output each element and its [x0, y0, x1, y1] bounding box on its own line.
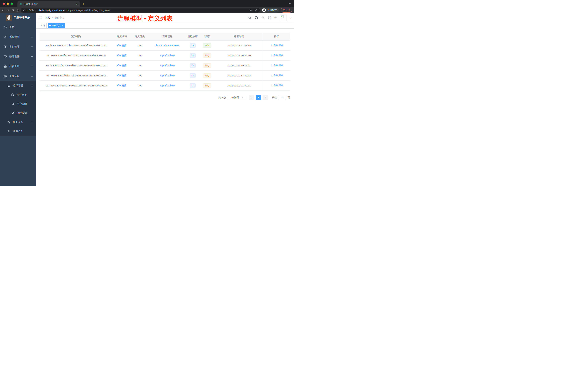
browser-addressbar: 不安全 dashboard.yudao.iocoder.cn/bpm/manag… — [0, 7, 294, 13]
table-row: oa_leave:5:004b710b-7b8a-11ec-8ef0-acde4… — [40, 40, 290, 50]
sidebar-item-user-group[interactable]: 用户分组 — [0, 99, 36, 109]
assign-rule-link[interactable]: 分配规则 — [270, 74, 283, 77]
column-header: 流程版本 — [186, 33, 199, 40]
paper-plane-icon — [11, 111, 14, 114]
update-button[interactable]: 更新 — [281, 8, 292, 12]
browser-tab[interactable]: 芋道管理系统 × — [17, 1, 80, 7]
key-icon[interactable] — [249, 9, 252, 12]
sidebar-item-process-mgmt[interactable]: 流程管理 — [0, 81, 36, 90]
sidebar-item-infra[interactable]: 基础设施 — [0, 52, 36, 62]
address-bar[interactable]: 不安全 dashboard.yudao.iocoder.cn/bpm/manag… — [21, 8, 260, 12]
assign-rule-link[interactable]: 分配规则 — [270, 64, 283, 67]
tags-bar: 首页 流程定义 × — [36, 22, 294, 29]
tag-close-icon[interactable]: × — [62, 24, 63, 27]
help-icon[interactable] — [262, 16, 264, 20]
cell-definition-id: oa_leave:3:1fad3d93-7b75-11ec-a3c8-acde4… — [40, 60, 113, 70]
column-header: 状态 — [199, 33, 215, 40]
definition-name-link[interactable]: OA 请假 — [117, 74, 126, 77]
sidebar-item-workflow[interactable]: 工作流程 — [0, 71, 36, 81]
fullscreen-icon[interactable] — [268, 16, 271, 20]
bookmark-star-icon[interactable] — [255, 9, 258, 12]
form-link[interactable]: /bpm/oa/flow — [160, 74, 175, 77]
definition-name-link[interactable]: OA 请假 — [117, 84, 126, 87]
chevron-down-icon — [31, 46, 33, 48]
top-navbar: 首页 / 流程定义 流程模型 - 定义列表 — [36, 13, 294, 22]
breadcrumb-home[interactable]: 首页 — [45, 16, 50, 20]
list-tree-icon — [8, 84, 10, 87]
sidebar-item-devtools[interactable]: 研发工具 — [0, 62, 36, 71]
chevron-down-icon — [31, 121, 33, 123]
forward-icon[interactable] — [7, 9, 10, 12]
user-icon — [8, 130, 10, 133]
column-header: 操作 — [263, 33, 290, 40]
reload-icon[interactable] — [11, 9, 14, 12]
sidebar-item-leave-query[interactable]: 请假查询 — [0, 127, 36, 136]
window-zoom-button[interactable] — [11, 2, 13, 5]
cell-deploy-time: 2022-01-22 21:48:38 — [215, 40, 263, 50]
table-row: oa_leave:2:3c1f0ef1-76b1-11ec-9c66-a2380… — [40, 70, 290, 80]
form-link[interactable]: /bpm/oa/flow — [160, 64, 175, 67]
cell-operation: 分配规则 — [263, 50, 290, 60]
cell-category: OA — [131, 50, 149, 60]
cell-status: 激活 — [199, 40, 215, 50]
font-size-icon[interactable]: tT — [274, 16, 277, 20]
logo-row[interactable]: 芋道管理系统 — [0, 13, 36, 22]
version-badge: v5 — [190, 43, 196, 48]
sidebar-item-label: 工作流程 — [9, 75, 20, 78]
cell-deploy-time: 2022-01-22 19:19:11 — [215, 60, 263, 70]
back-icon[interactable] — [2, 9, 5, 12]
github-icon[interactable] — [255, 16, 258, 20]
sidebar-collapse-icon[interactable] — [39, 16, 42, 20]
dashboard-icon — [4, 26, 7, 29]
assign-rule-link[interactable]: 分配规则 — [270, 44, 283, 47]
prev-page-button[interactable] — [249, 95, 254, 100]
definition-name-link[interactable]: OA 请假 — [117, 44, 126, 47]
pagination-total: 共 5 条 — [219, 96, 226, 99]
sidebar-item-label: 用户分组 — [17, 102, 27, 106]
definition-table: 定义编号定义名称定义分类表单信息流程版本状态部署时间操作 oa_leave:5:… — [40, 33, 290, 91]
new-tab-button[interactable]: + — [82, 2, 84, 6]
column-header: 定义分类 — [131, 33, 149, 40]
cell-category: OA — [131, 60, 149, 70]
breadcrumb-current: 流程定义 — [54, 16, 64, 20]
page-size-select[interactable]: 10条/页 — [228, 95, 246, 100]
browser-tabstrip: 芋道管理系统 × + — [0, 0, 294, 7]
search-icon[interactable] — [248, 16, 251, 20]
cell-definition-id: oa_leave:5:004b710b-7b8a-11ec-8ef0-acde4… — [40, 40, 113, 50]
tab-search-chevron-icon[interactable] — [289, 2, 291, 5]
column-header: 部署时间 — [215, 33, 263, 40]
sidebar-item-process-model[interactable]: 流程模型 — [0, 109, 36, 118]
table-header-row: 定义编号定义名称定义分类表单信息流程版本状态部署时间操作 — [40, 33, 290, 40]
definition-name-link[interactable]: OA 请假 — [117, 54, 126, 57]
incognito-badge: 无痕模式 — [262, 8, 279, 12]
monitor-icon — [4, 55, 7, 58]
chevron-down-icon — [241, 97, 243, 98]
goto-page-input[interactable] — [278, 95, 286, 100]
sidebar-item-system[interactable]: 系统管理 — [0, 32, 36, 42]
form-link[interactable]: /bpm/oa/flow — [160, 54, 175, 57]
form-link[interactable]: /bpm/oa/flow — [160, 84, 175, 87]
table-row: oa_leave:3:1fad3d93-7b75-11ec-a3c8-acde4… — [40, 60, 290, 70]
form-link[interactable]: /bpm/oa/leave/create — [156, 44, 179, 47]
sidebar-item-task-mgmt[interactable]: 任务管理 — [0, 118, 36, 127]
tag-home[interactable]: 首页 — [39, 23, 47, 28]
assign-rule-link[interactable]: 分配规则 — [270, 84, 283, 87]
home-icon[interactable] — [16, 9, 19, 12]
avatar[interactable] — [280, 15, 287, 21]
sidebar-item-home[interactable]: 首页 — [0, 22, 36, 32]
sidebar-item-process-form[interactable]: 流程表单 — [0, 90, 36, 99]
active-dot-icon — [49, 25, 51, 26]
window-minimize-button[interactable] — [7, 2, 9, 5]
next-page-button[interactable] — [262, 95, 268, 100]
page-number-button[interactable]: 1 — [256, 95, 261, 100]
avatar-caret-icon[interactable]: ▾ — [290, 17, 291, 19]
tab-close-icon[interactable]: × — [76, 3, 78, 6]
cell-status: 挂起 — [199, 50, 215, 60]
tag-process-definition[interactable]: 流程定义 × — [48, 23, 65, 28]
sidebar-item-payment[interactable]: 支付管理 — [0, 42, 36, 52]
definition-name-link[interactable]: OA 请假 — [117, 64, 126, 67]
incognito-icon — [262, 8, 266, 12]
window-close-button[interactable] — [3, 2, 5, 5]
pagination: 共 5 条 10条/页 1 前往 页 — [40, 95, 290, 100]
assign-rule-link[interactable]: 分配规则 — [270, 54, 283, 57]
